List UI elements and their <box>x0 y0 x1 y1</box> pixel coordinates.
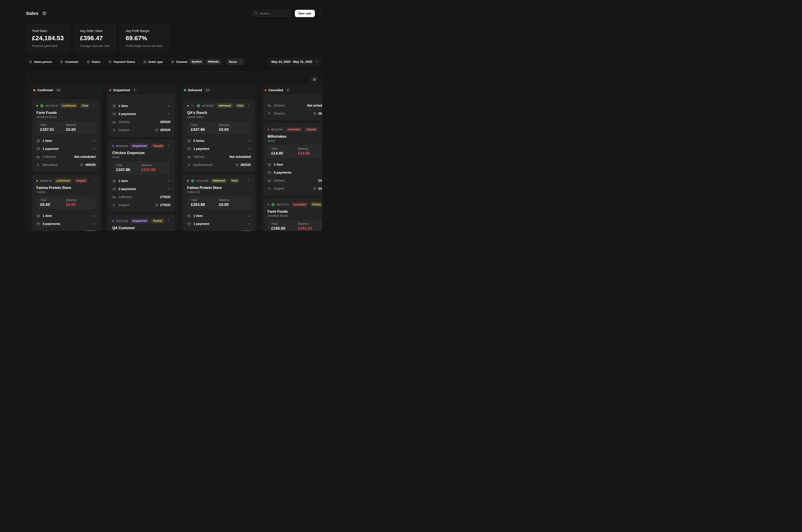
total-label: Total <box>191 198 219 202</box>
plus-circle-icon <box>143 60 147 63</box>
card-menu-kebab-icon[interactable] <box>167 144 171 148</box>
card-rows: 1 item1 paymentDelivery30/5/25 <box>187 213 251 231</box>
chevron-down-icon <box>92 214 96 217</box>
customer-name: QA's Ranch <box>187 111 251 115</box>
items-row[interactable]: 1 item <box>187 213 251 218</box>
assignee-row: Support27/5/25 <box>112 203 171 207</box>
column-dispatched: Dispatched71 item0 paymentsDelivery30/5/… <box>106 85 177 231</box>
card-menu-kebab-icon[interactable] <box>92 179 96 183</box>
filter-chip-status[interactable]: Status <box>84 58 103 65</box>
items-row[interactable]: 1 item <box>112 103 171 108</box>
total-value: £165.00 <box>271 226 298 231</box>
column-count-badge: 10 <box>204 88 211 92</box>
calendar-icon <box>155 128 158 132</box>
chevron-down-icon <box>92 147 96 151</box>
date-range-picker[interactable]: May 24, 2025 - May 31, 2025 <box>267 58 322 65</box>
board-layout-icon[interactable] <box>42 11 46 15</box>
filter-chip-channel[interactable]: ChannelSystemWebsite <box>168 58 224 65</box>
status-badge: dispatched <box>130 218 149 223</box>
total-label: Total <box>271 222 298 225</box>
new-sale-button[interactable]: New sale <box>295 10 315 17</box>
search-icon <box>255 11 258 16</box>
filter-chip-payment-status[interactable]: Payment Status <box>106 58 138 65</box>
schedule-mode-label: Delivery <box>274 179 285 182</box>
card-menu-kebab-icon[interactable] <box>247 179 251 183</box>
payments-row[interactable]: 1 payment <box>187 221 251 226</box>
order-card[interactable]: #15E8A1deliveredPaidQA's RanchQasim Atee… <box>183 99 255 171</box>
total-label: Total <box>116 164 141 167</box>
order-id: #CF3910 <box>46 104 58 108</box>
items-row[interactable]: 1 item <box>268 162 322 167</box>
column-status-dot <box>33 89 35 91</box>
channel-option-website[interactable]: Website <box>206 59 221 64</box>
payments-count-label: 0 payments <box>118 112 136 116</box>
order-card[interactable]: #A7F473cancelledPartialFarm FoodsJonatha… <box>264 198 322 231</box>
contact-name: Imran <box>112 155 171 159</box>
order-card[interactable]: #08EA0AdispatchedUnpaidChicken EmporiumI… <box>108 140 174 212</box>
payments-row[interactable]: 0 payments <box>36 221 96 226</box>
order-id: #08EA0A <box>116 144 128 148</box>
order-card[interactable]: #E6196DdeliveredPaidFatima Protein Store… <box>183 174 255 231</box>
status-dot <box>112 145 114 147</box>
reset-filters-button[interactable]: Reset <box>226 58 244 65</box>
schedule-date: 30/5/25 <box>160 120 171 124</box>
channel-option-system[interactable]: System <box>189 59 204 64</box>
page-title: Sales <box>26 11 38 16</box>
board-settings-button[interactable] <box>310 76 319 83</box>
delivery-row: DeliveryNot scheduled <box>268 103 322 108</box>
payments-count-label: 0 payments <box>43 222 60 226</box>
order-card[interactable]: 1 item0 paymentsDelivery30/5/25Support30… <box>108 94 174 136</box>
order-card[interactable]: DeliveryNot scheduledSharmin26/5/25 <box>264 94 322 120</box>
order-card[interactable]: #CF3910confirmedPaidFarm FoodsJonathan B… <box>33 99 100 171</box>
package-icon <box>112 179 116 183</box>
plus-circle-icon <box>171 60 174 63</box>
payments-row[interactable]: 0 payments <box>112 187 171 191</box>
order-card[interactable]: #86BF04confirmedUnpaidFatima Protein Sto… <box>33 174 100 231</box>
stat-value: 69.67% <box>126 35 163 42</box>
payments-row[interactable]: 0 payments <box>112 112 171 116</box>
filter-chip-customer[interactable]: Customer <box>57 58 81 65</box>
total-cell: Total£6.60 <box>40 198 66 207</box>
payments-count-label: 0 payments <box>118 187 136 191</box>
items-row[interactable]: 1 item <box>112 178 171 184</box>
items-row[interactable]: 5 items <box>187 138 251 143</box>
column-body: #15E8A1deliveredPaidQA's RanchQasim Atee… <box>180 94 257 231</box>
filter-chip-label: Customer <box>65 60 79 63</box>
contact-name: Jason <box>268 139 322 142</box>
card-menu-kebab-icon[interactable] <box>92 104 96 108</box>
calendar-icon <box>155 203 158 207</box>
filter-chip-sales-person[interactable]: Sales person <box>26 58 55 65</box>
payments-row[interactable]: 0 payments <box>268 170 322 175</box>
totals-box: Total£14.95Balance£14.95 <box>268 145 322 158</box>
items-count-label: 1 item <box>43 214 52 217</box>
card-menu-kebab-icon[interactable] <box>167 219 171 223</box>
items-row[interactable]: 1 item <box>36 213 96 218</box>
search-input[interactable] <box>260 12 289 15</box>
meta-date-value: 27/5/25 <box>160 203 171 207</box>
customer-name: Fatima Protein Store <box>36 186 96 190</box>
schedule-mode-label: Collection <box>118 195 132 199</box>
payments-row[interactable]: 1 payment <box>36 146 96 151</box>
card-rows: 1 item0 paymentsDelivery30/5/25 <box>36 213 96 231</box>
payment-badge: Paid <box>229 178 240 183</box>
items-row[interactable]: 1 item <box>36 138 96 143</box>
schedule-date: Not scheduled <box>229 155 251 158</box>
globe-icon <box>271 203 275 207</box>
total-cell: Total£263.88 <box>191 198 219 207</box>
balance-label: Balance <box>298 147 322 150</box>
meta-date: 26/5/25 <box>235 163 251 167</box>
card-menu-kebab-icon[interactable] <box>247 104 251 108</box>
payments-row[interactable]: 1 payment <box>187 146 251 151</box>
page-menu-kebab-icon[interactable] <box>319 12 322 15</box>
customer-name: QA Customer <box>112 226 171 230</box>
filter-chip-label: Order type <box>148 60 163 63</box>
status-dot <box>268 129 269 130</box>
assignee-name: Support <box>118 203 129 207</box>
filter-chip-order-type[interactable]: Order type <box>140 58 166 65</box>
meta-date: 27/5/25 <box>155 203 171 207</box>
order-card[interactable]: #61E49CcancelledUnpaidMilkshakesJasonTot… <box>264 123 322 195</box>
schedule-date: 30/5/25 <box>241 230 251 231</box>
customer-name: Farm Foods <box>268 210 322 214</box>
total-value: £14.95 <box>271 151 298 156</box>
order-card[interactable]: #1E616BdispatchedPartialQA CustomerImran… <box>108 215 174 231</box>
